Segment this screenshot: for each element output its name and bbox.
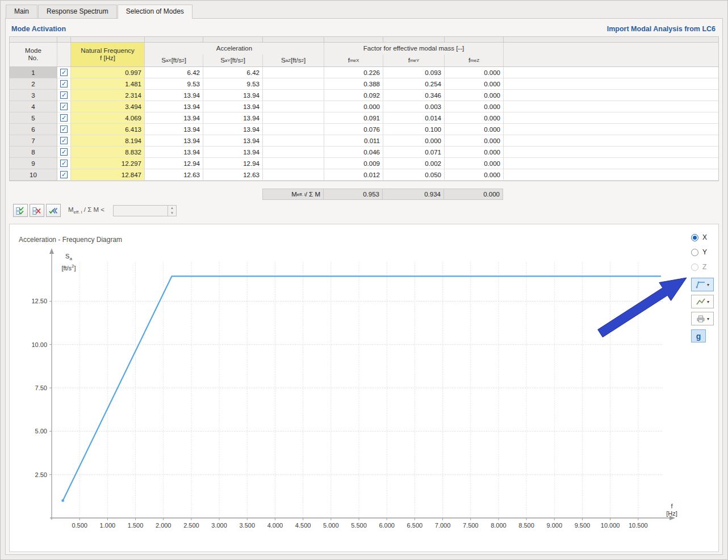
fmex-cell[interactable]: 0.092 <box>324 90 383 101</box>
say-cell[interactable]: 13.94 <box>203 147 263 158</box>
tab-selection-of-modes[interactable]: Selection of Modes <box>118 5 193 18</box>
fmez-cell[interactable]: 0.000 <box>445 124 504 135</box>
fmey-cell[interactable]: 0.254 <box>383 78 445 90</box>
radio-direction-y[interactable]: Y <box>691 245 707 260</box>
sax-cell[interactable]: 13.94 <box>145 135 203 147</box>
fmey-cell[interactable]: 0.014 <box>383 112 445 124</box>
fmex-cell[interactable]: 0.388 <box>324 78 383 90</box>
import-modal-analysis-link[interactable]: Import Modal Analysis from LC6 <box>607 25 716 33</box>
fmey-cell[interactable]: 0.093 <box>383 67 445 78</box>
fmey-cell[interactable]: 0.000 <box>383 135 445 147</box>
row-number-cell[interactable]: 4 <box>10 101 57 112</box>
saz-cell[interactable] <box>263 135 324 147</box>
mode-active-checkbox[interactable] <box>60 137 68 144</box>
row-number-cell[interactable]: 3 <box>10 90 57 101</box>
tab-main[interactable]: Main <box>6 5 37 18</box>
column-grip[interactable] <box>383 37 445 43</box>
column-grip[interactable] <box>263 37 324 43</box>
spin-up-icon[interactable]: ▲ <box>168 206 176 211</box>
mode-active-checkbox[interactable] <box>60 114 68 122</box>
say-cell[interactable]: 13.94 <box>203 124 263 135</box>
natural-frequency-cell[interactable]: 2.314 <box>71 90 145 101</box>
fmey-cell[interactable]: 0.100 <box>383 124 445 135</box>
column-grip[interactable] <box>145 37 203 43</box>
natural-frequency-cell[interactable]: 6.413 <box>71 124 145 135</box>
spinner-arrows[interactable]: ▲▼ <box>168 206 176 216</box>
fmez-cell[interactable]: 0.000 <box>445 101 504 112</box>
natural-frequency-cell[interactable]: 8.194 <box>71 135 145 147</box>
saz-cell[interactable] <box>263 112 324 124</box>
saz-cell[interactable] <box>263 78 324 90</box>
mode-active-checkbox[interactable] <box>60 126 68 133</box>
row-number-cell[interactable]: 2 <box>10 78 57 90</box>
natural-frequency-cell[interactable]: 1.481 <box>71 78 145 90</box>
mode-active-checkbox[interactable] <box>60 160 68 167</box>
sax-cell[interactable]: 9.53 <box>145 78 203 90</box>
say-cell[interactable]: 12.94 <box>203 158 263 169</box>
fmez-cell[interactable]: 0.000 <box>445 169 504 181</box>
sax-cell[interactable]: 13.94 <box>145 112 203 124</box>
fmez-cell[interactable]: 0.000 <box>445 67 504 78</box>
sax-cell[interactable]: 13.94 <box>145 124 203 135</box>
saz-cell[interactable] <box>263 158 324 169</box>
mode-active-checkbox[interactable] <box>60 103 68 110</box>
saz-cell[interactable] <box>263 90 324 101</box>
activate-all-modes-button[interactable] <box>13 204 28 217</box>
fmex-cell[interactable]: 0.012 <box>324 169 383 181</box>
natural-frequency-cell[interactable]: 8.832 <box>71 147 145 158</box>
saz-cell[interactable] <box>263 101 324 112</box>
row-number-cell[interactable]: 7 <box>10 135 57 147</box>
fmez-cell[interactable]: 0.000 <box>445 78 504 90</box>
deactivate-all-modes-button[interactable] <box>30 204 44 217</box>
sax-cell[interactable]: 13.94 <box>145 90 203 101</box>
fmey-cell[interactable]: 0.050 <box>383 169 445 181</box>
natural-frequency-cell[interactable]: 4.069 <box>71 112 145 124</box>
say-cell[interactable]: 13.94 <box>203 101 263 112</box>
row-number-cell[interactable]: 10 <box>10 169 57 181</box>
diagram-style-dropdown[interactable]: ▾ <box>691 295 714 308</box>
saz-cell[interactable] <box>263 147 324 158</box>
sax-cell[interactable]: 13.94 <box>145 147 203 158</box>
column-grip[interactable] <box>57 37 71 43</box>
mode-active-checkbox[interactable] <box>60 69 68 76</box>
fmez-cell[interactable]: 0.000 <box>445 158 504 169</box>
fmez-cell[interactable]: 0.000 <box>445 112 504 124</box>
fmey-cell[interactable]: 0.002 <box>383 158 445 169</box>
say-cell[interactable]: 13.94 <box>203 112 263 124</box>
meff-filter-input[interactable]: ▲▼ <box>113 205 177 216</box>
say-cell[interactable]: 13.94 <box>203 135 263 147</box>
row-number-cell[interactable]: 8 <box>10 147 57 158</box>
tab-response-spectrum[interactable]: Response Spectrum <box>38 5 117 18</box>
fmex-cell[interactable]: 0.226 <box>324 67 383 78</box>
saz-cell[interactable] <box>263 67 324 78</box>
natural-frequency-cell[interactable]: 12.847 <box>71 169 145 181</box>
fmex-cell[interactable]: 0.046 <box>324 147 383 158</box>
column-grip[interactable] <box>10 37 57 43</box>
spin-down-icon[interactable]: ▼ <box>168 211 176 216</box>
row-number-cell[interactable]: 5 <box>10 112 57 124</box>
fmey-cell[interactable]: 0.003 <box>383 101 445 112</box>
say-cell[interactable]: 13.94 <box>203 90 263 101</box>
column-grip[interactable] <box>203 37 263 43</box>
say-cell[interactable]: 12.63 <box>203 169 263 181</box>
fmey-cell[interactable]: 0.071 <box>383 147 445 158</box>
fmex-cell[interactable]: 0.009 <box>324 158 383 169</box>
spectrum-display-dropdown[interactable]: ▾ <box>691 278 714 291</box>
fmez-cell[interactable]: 0.000 <box>445 135 504 147</box>
sax-cell[interactable]: 6.42 <box>145 67 203 78</box>
mode-active-checkbox[interactable] <box>60 91 68 99</box>
fmex-cell[interactable]: 0.076 <box>324 124 383 135</box>
select-by-criterion-button[interactable] <box>46 204 61 217</box>
fmex-cell[interactable]: 0.000 <box>324 101 383 112</box>
say-cell[interactable]: 9.53 <box>203 78 263 90</box>
column-grip[interactable] <box>71 37 145 43</box>
sax-cell[interactable]: 12.63 <box>145 169 203 181</box>
row-number-cell[interactable]: 6 <box>10 124 57 135</box>
radio-direction-x[interactable]: X <box>691 230 707 245</box>
column-grip[interactable] <box>324 37 383 43</box>
mode-active-checkbox[interactable] <box>60 148 68 156</box>
fmex-cell[interactable]: 0.011 <box>324 135 383 147</box>
fmez-cell[interactable]: 0.000 <box>445 147 504 158</box>
row-number-cell[interactable]: 9 <box>10 158 57 169</box>
fmex-cell[interactable]: 0.091 <box>324 112 383 124</box>
